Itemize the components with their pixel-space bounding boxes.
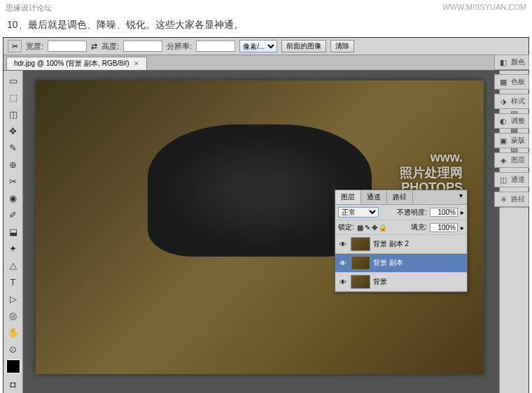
clear-button[interactable]: 清除: [330, 40, 354, 52]
document-tab[interactable]: hdr.jpg @ 100% (背景 副本, RGB/8#) ✕: [6, 57, 147, 70]
panel-tab-通道[interactable]: ◫通道: [494, 172, 529, 187]
panel-icon: ※: [498, 194, 508, 204]
layer-name: 背景: [373, 277, 387, 287]
panel-menu-icon[interactable]: ▾: [455, 190, 467, 204]
panel-tab-图层[interactable]: ◈图层: [494, 152, 529, 168]
panel-label: 图层: [511, 155, 525, 165]
opacity-input[interactable]: [430, 208, 458, 217]
panel-icon: ▦: [498, 77, 508, 87]
panel-label: 路径: [511, 194, 525, 204]
tool-15[interactable]: ✋: [5, 324, 22, 340]
canvas-area[interactable]: www. 照片处理网 PHOTOPS .com 图层 通道 路径 ▾ 正常 不透…: [23, 71, 499, 393]
tutorial-step-text: 10、最后就是调色、降噪、锐化。这些大家各显神通。: [0, 16, 532, 37]
panel-tab-路径[interactable]: ※路径: [494, 192, 529, 207]
visibility-icon[interactable]: 👁: [338, 278, 348, 286]
panel-label: 颜色: [511, 57, 525, 67]
forum-name: 思缘设计论坛: [6, 3, 52, 13]
site-url: WWW.MISSYUAN.COM: [442, 3, 526, 13]
color-swatch[interactable]: [6, 359, 20, 373]
height-input[interactable]: [123, 41, 162, 52]
panel-tab-调整[interactable]: ◐调整: [494, 113, 529, 129]
tool-11[interactable]: △: [5, 257, 22, 273]
panel-tab-色板[interactable]: ▦色板: [494, 74, 529, 90]
width-input[interactable]: [48, 41, 87, 52]
resolution-input[interactable]: [196, 41, 235, 52]
panel-icon: ▣: [498, 136, 508, 145]
opacity-flyout-icon[interactable]: ▸: [461, 208, 464, 216]
panel-label: 蒙版: [511, 136, 525, 145]
panel-tab-颜色[interactable]: ◧颜色: [494, 55, 529, 70]
tab-channels[interactable]: 通道: [361, 190, 387, 204]
tool-14[interactable]: ◎: [5, 308, 22, 323]
panel-label: 通道: [511, 175, 525, 185]
visibility-icon[interactable]: 👁: [338, 241, 348, 248]
panel-icon: ⬗: [498, 97, 508, 106]
panel-label: 样式: [511, 97, 525, 106]
layer-row[interactable]: 👁背景: [335, 273, 467, 292]
tab-paths[interactable]: 路径: [387, 190, 413, 204]
layers-panel: 图层 通道 路径 ▾ 正常 不透明度: ▸ 锁定: ▦ ✎ ✥: [335, 190, 468, 292]
crop-tool-icon[interactable]: ✂: [8, 40, 22, 52]
fill-input[interactable]: [430, 223, 458, 232]
close-icon[interactable]: ✕: [134, 60, 139, 67]
tool-7[interactable]: ◉: [5, 190, 22, 206]
lock-position-icon[interactable]: ✥: [372, 224, 377, 231]
lock-transparent-icon[interactable]: ▦: [357, 224, 363, 231]
document-tab-bar: hdr.jpg @ 100% (背景 副本, RGB/8#) ✕: [4, 55, 528, 71]
visibility-icon[interactable]: 👁: [338, 259, 348, 267]
lock-label: 锁定:: [338, 222, 354, 232]
width-label: 宽度:: [26, 41, 43, 52]
toolbox: ▭⬚◫✥✎⊕✂◉✐⬓✦△T▷◎✋⊙◘: [4, 71, 23, 393]
quickmask-icon[interactable]: ◘: [5, 376, 22, 392]
height-label: 高度:: [102, 41, 119, 52]
blend-mode-select[interactable]: 正常: [338, 207, 379, 217]
tool-9[interactable]: ⬓: [5, 224, 22, 239]
tool-13[interactable]: ▷: [5, 291, 22, 306]
resolution-label: 分辨率:: [167, 41, 192, 52]
tool-2[interactable]: ◫: [5, 106, 22, 122]
layer-thumbnail[interactable]: [351, 275, 370, 289]
tool-12[interactable]: T: [5, 274, 22, 290]
lock-pixels-icon[interactable]: ✎: [365, 224, 370, 231]
fill-label: 填充:: [411, 222, 427, 232]
layer-name: 背景 副本: [373, 258, 403, 268]
tool-0[interactable]: ▭: [5, 73, 22, 88]
tool-5[interactable]: ⊕: [5, 157, 22, 172]
tool-16[interactable]: ⊙: [5, 341, 22, 357]
layer-row[interactable]: 👁背景 副本 2: [335, 235, 467, 254]
panel-icon: ◫: [498, 175, 508, 185]
panel-tab-样式[interactable]: ⬗样式: [494, 94, 529, 109]
tool-10[interactable]: ✦: [5, 241, 22, 256]
document-tab-label: hdr.jpg @ 100% (背景 副本, RGB/8#): [14, 59, 130, 69]
layer-thumbnail[interactable]: [351, 237, 370, 251]
tool-8[interactable]: ✐: [5, 207, 22, 222]
tool-6[interactable]: ✂: [5, 173, 22, 189]
panel-icon: ◐: [498, 116, 508, 126]
layer-name: 背景 副本 2: [373, 239, 409, 249]
layer-thumbnail[interactable]: [351, 256, 370, 270]
front-image-button[interactable]: 前面的图像: [281, 40, 326, 52]
opacity-label: 不透明度:: [397, 208, 427, 217]
swap-icon[interactable]: ⇄: [91, 42, 97, 51]
panel-label: 色板: [511, 77, 525, 87]
tool-3[interactable]: ✥: [5, 123, 22, 138]
tool-1[interactable]: ⬚: [5, 90, 22, 105]
photoshop-window: ✂ 宽度: ⇄ 高度: 分辨率: 像素/... 前面的图像 清除 hdr.jpg…: [3, 37, 529, 393]
panel-tab-蒙版[interactable]: ▣蒙版: [494, 133, 529, 148]
panel-icon: ◧: [498, 57, 508, 67]
panel-icon: ◈: [498, 155, 508, 165]
unit-select[interactable]: 像素/...: [239, 40, 277, 52]
layer-row[interactable]: 👁背景 副本: [335, 254, 467, 273]
lock-all-icon[interactable]: 🔒: [379, 224, 387, 231]
panel-label: 调整: [511, 116, 525, 126]
tab-layers[interactable]: 图层: [335, 190, 361, 204]
tool-4[interactable]: ✎: [5, 140, 22, 155]
fill-flyout-icon[interactable]: ▸: [461, 224, 464, 231]
options-bar: ✂ 宽度: ⇄ 高度: 分辨率: 像素/... 前面的图像 清除: [4, 38, 528, 55]
